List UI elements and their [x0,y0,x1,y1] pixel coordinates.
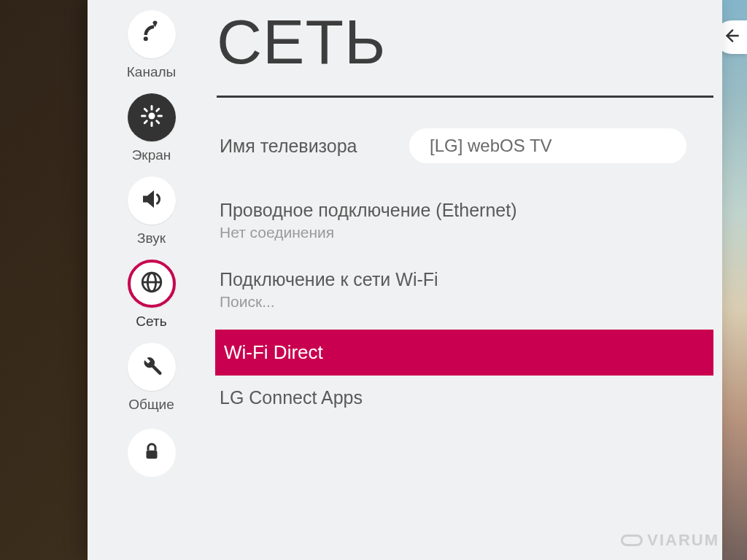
sidebar-item-label: Экран [132,147,171,163]
svg-point-1 [148,113,155,120]
sidebar-item-label: Общие [128,397,174,413]
back-arrow-icon [721,26,740,48]
background-app-strip [722,0,747,560]
tv-name-label: Имя телевизора [220,136,409,157]
ethernet-title: Проводное подключение (Ethernet) [220,200,722,221]
network-icon [139,270,164,298]
sidebar-item-sound[interactable]: Звук [88,172,215,254]
sidebar-item-label: Каналы [127,64,176,80]
page-title: СЕТЬ [215,6,722,78]
sidebar-item-general[interactable]: Общие [88,338,215,420]
tv-name-row[interactable]: Имя телевизора [LG] webOS TV [215,128,722,192]
wifi-direct-title: Wi-Fi Direct [224,341,713,364]
wifi-title: Подключение к сети Wi-Fi [220,269,722,290]
tv-name-value[interactable]: [LG] webOS TV [409,128,686,163]
svg-line-6 [144,109,147,111]
sidebar-item-network[interactable]: Сеть [88,255,215,337]
satellite-icon [139,20,165,49]
screen-icon [139,103,165,132]
settings-sidebar: Каналы Экран [88,0,215,560]
tools-icon [139,352,165,381]
sidebar-item-lock[interactable] [128,429,176,477]
sidebar-item-screen[interactable]: Экран [88,89,215,171]
settings-content: СЕТЬ Имя телевизора [LG] webOS TV Провод… [215,0,722,560]
lock-icon [141,440,163,465]
svg-line-7 [156,121,158,123]
sidebar-item-label: Звук [137,230,166,246]
wifi-status: Поиск... [220,293,722,311]
svg-line-9 [156,109,158,111]
lg-connect-row[interactable]: LG Connect Apps [215,380,722,416]
settings-panel: Каналы Экран [88,0,722,560]
infinity-icon [621,534,643,546]
sidebar-item-channels[interactable]: Каналы [88,6,215,88]
svg-rect-13 [146,451,157,459]
lg-connect-title: LG Connect Apps [220,387,722,408]
wifi-direct-row[interactable]: Wi-Fi Direct [215,330,713,376]
title-divider [217,96,713,98]
wifi-row[interactable]: Подключение к сети Wi-Fi Поиск... [215,262,722,318]
watermark: VIARUM [621,531,719,550]
ethernet-row[interactable]: Проводное подключение (Ethernet) Нет сое… [215,192,722,249]
sound-icon [139,186,165,215]
sidebar-item-label: Сеть [136,314,166,330]
ethernet-status: Нет соединения [220,224,722,241]
svg-line-8 [144,121,147,123]
watermark-text: VIARUM [647,531,719,550]
svg-point-0 [143,36,147,41]
